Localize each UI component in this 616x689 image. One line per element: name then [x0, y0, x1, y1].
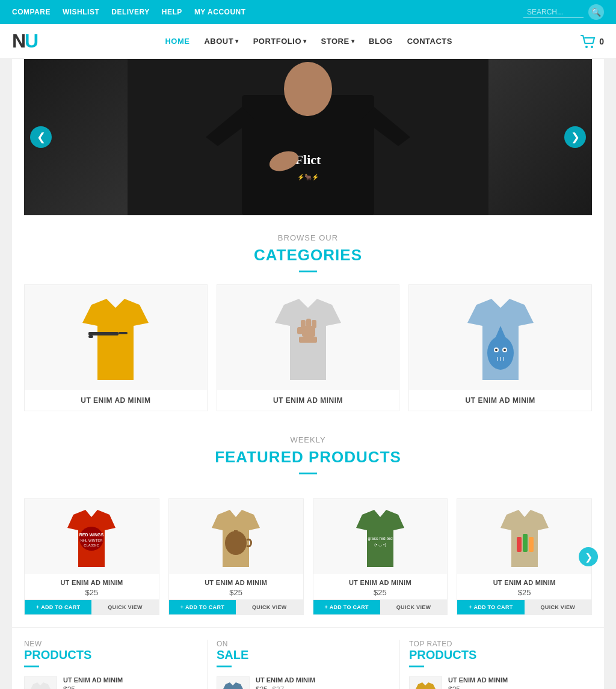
top-bar-links: COMPARE WISHLIST DELIVERY HELP MY ACCOUN…: [12, 8, 246, 16]
svg-rect-45: [523, 534, 528, 552]
on-sale-name-1: UT ENIM AD MINIM: [256, 676, 390, 684]
category-label-1: UT ENIM AD MINIM: [25, 390, 207, 411]
top-bar: COMPARE WISHLIST DELIVERY HELP MY ACCOUN…: [0, 0, 616, 24]
on-sale-info-1: UT ENIM AD MINIM $25 $37: [256, 676, 390, 689]
svg-rect-11: [88, 332, 119, 335]
logo[interactable]: NU: [12, 30, 37, 52]
product-shirt-3: grass-fed-ted (• ◡ •): [347, 504, 413, 570]
top-rated-header: TOP RATED PRODUCTS: [409, 640, 583, 667]
svg-point-1: [591, 46, 593, 48]
slider-prev-button[interactable]: ❮: [30, 126, 52, 148]
hero-image: Flict ⚡🐂⚡: [24, 59, 592, 215]
delivery-link[interactable]: DELIVERY: [111, 8, 150, 16]
product-img-4: [457, 499, 591, 574]
product-actions-2: + ADD TO CART QUICK VIEW: [169, 599, 303, 614]
bottom-section: NEW PRODUCTS UT ENIM AD MINIM $25: [12, 627, 604, 689]
add-to-cart-4[interactable]: + ADD TO CART: [457, 600, 524, 614]
svg-text:Flict: Flict: [295, 152, 321, 167]
on-sale-sub: ON: [217, 640, 390, 648]
add-to-cart-3[interactable]: + ADD TO CART: [313, 600, 380, 614]
new-products-divider: [24, 666, 39, 667]
svg-text:NHL WINTER: NHL WINTER: [81, 539, 103, 542]
my-account-link[interactable]: MY ACCOUNT: [194, 8, 246, 16]
categories-sub: BROWSE OUR: [12, 233, 604, 242]
quick-view-4[interactable]: QUICK VIEW: [525, 600, 591, 614]
svg-rect-18: [312, 320, 316, 328]
search-input[interactable]: [523, 7, 584, 18]
cart-button[interactable]: 0: [580, 34, 604, 49]
products-next-button[interactable]: ❯: [579, 547, 598, 566]
top-rated-info-1: UT ENIM AD MINIM $25 ★★★★★: [448, 676, 583, 689]
on-sale-price-1: $25 $37: [256, 685, 390, 689]
main-nav: HOME ABOUT▾ PORTFOLIO▾ STORE▾ BLOG CONTA…: [165, 37, 452, 46]
nav-blog[interactable]: BLOG: [369, 37, 393, 46]
featured-section: WEEKLY FEATURED PRODUCTS RED WINGS NHL W…: [12, 423, 604, 621]
top-rated-price-1: $25: [448, 685, 583, 689]
hero-svg: Flict ⚡🐂⚡: [128, 59, 488, 215]
top-rated-col: TOP RATED PRODUCTS 👕 UT ENIM AD MINIM $2…: [409, 640, 592, 689]
svg-rect-39: [234, 530, 238, 536]
product-shirt-4: [491, 504, 558, 570]
svg-text:⚡🐂⚡: ⚡🐂⚡: [297, 173, 319, 181]
nav-contacts[interactable]: CONTACTS: [407, 37, 452, 46]
on-sale-old-price-1: $37: [272, 685, 284, 689]
quick-view-2[interactable]: QUICK VIEW: [236, 600, 303, 614]
product-actions-4: + ADD TO CART QUICK VIEW: [457, 599, 591, 614]
new-product-item-1[interactable]: UT ENIM AD MINIM $25: [24, 676, 198, 689]
product-actions-3: + ADD TO CART QUICK VIEW: [313, 599, 448, 614]
on-sale-item-1[interactable]: UT ENIM AD MINIM $25 $37: [217, 676, 390, 689]
slider-next-button[interactable]: ❯: [564, 126, 586, 148]
product-card-4[interactable]: UT ENIM AD MINIM $25 + ADD TO CART QUICK…: [457, 498, 592, 615]
search-button[interactable]: 🔍: [588, 4, 604, 20]
product-shirt-1: RED WINGS NHL WINTER CLASSIC: [58, 504, 125, 570]
new-product-name-1: UT ENIM AD MINIM: [63, 676, 198, 684]
new-product-price-1: $25: [63, 685, 198, 689]
top-rated-sub: TOP RATED: [409, 640, 583, 648]
svg-marker-49: [223, 682, 244, 689]
add-to-cart-1[interactable]: + ADD TO CART: [25, 600, 91, 614]
top-rated-thumb-1: 👕: [409, 676, 442, 689]
product-price-1: $25: [31, 588, 153, 597]
quick-view-1[interactable]: QUICK VIEW: [91, 600, 158, 614]
category-card-2[interactable]: UT ENIM AD MINIM: [217, 284, 400, 411]
logo-u: U: [25, 30, 37, 52]
svg-point-6: [284, 62, 332, 116]
quick-view-3[interactable]: QUICK VIEW: [380, 600, 447, 614]
product-card-3[interactable]: grass-fed-ted (• ◡ •) UT ENIM AD MINIM $…: [313, 498, 448, 615]
wishlist-link[interactable]: WISHLIST: [63, 8, 99, 16]
svg-rect-19: [297, 327, 303, 334]
top-bar-search: 🔍: [523, 4, 604, 20]
nav-portfolio[interactable]: PORTFOLIO▾: [253, 37, 307, 46]
category-shirt-3: [455, 290, 546, 386]
help-link[interactable]: HELP: [162, 8, 182, 16]
nav-home[interactable]: HOME: [165, 37, 189, 46]
category-card-3[interactable]: UT ENIM AD MINIM: [408, 284, 592, 411]
compare-link[interactable]: COMPARE: [12, 8, 51, 16]
category-shirt-1: [70, 290, 161, 386]
product-card-2[interactable]: UT ENIM AD MINIM $25 + ADD TO CART QUICK…: [168, 498, 304, 615]
nav-about[interactable]: ABOUT▾: [204, 37, 238, 46]
top-rated-title: PRODUCTS: [409, 648, 583, 662]
category-img-2: [217, 285, 399, 390]
nav-store[interactable]: STORE▾: [321, 37, 355, 46]
header: NU HOME ABOUT▾ PORTFOLIO▾ STORE▾ BLOG CO…: [0, 24, 616, 59]
add-to-cart-2[interactable]: + ADD TO CART: [169, 600, 236, 614]
product-price-2: $25: [175, 588, 297, 597]
top-rated-item-1[interactable]: 👕 UT ENIM AD MINIM $25 ★★★★★: [409, 676, 583, 689]
svg-text:CLASSIC: CLASSIC: [84, 544, 100, 547]
product-info-2: UT ENIM AD MINIM $25: [169, 574, 303, 599]
on-sale-shirt-1: [220, 679, 247, 689]
svg-text:RED WINGS: RED WINGS: [79, 533, 104, 537]
logo-n: N: [12, 30, 25, 52]
on-sale-title: SALE: [217, 648, 390, 662]
product-shirt-2: [203, 504, 269, 570]
category-card-1[interactable]: UT ENIM AD MINIM: [24, 284, 208, 411]
product-img-1: RED WINGS NHL WINTER CLASSIC: [25, 499, 159, 574]
svg-marker-10: [82, 299, 149, 380]
category-img-1: [25, 285, 207, 390]
new-products-sub: NEW: [24, 640, 198, 648]
product-card-1[interactable]: RED WINGS NHL WINTER CLASSIC UT ENIM AD …: [24, 498, 159, 615]
product-name-1: UT ENIM AD MINIM: [31, 579, 153, 586]
featured-divider: [299, 473, 317, 474]
category-label-3: UT ENIM AD MINIM: [409, 390, 591, 411]
